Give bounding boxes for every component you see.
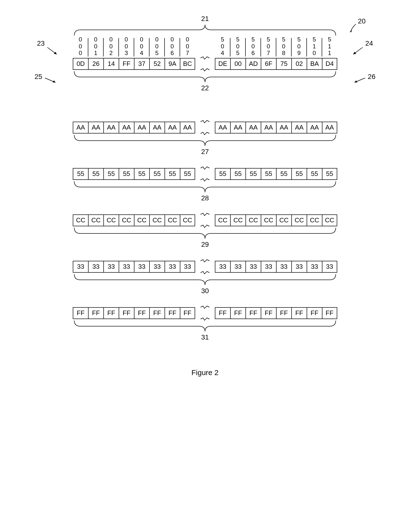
byte-cell: AA — [73, 122, 88, 133]
byte-cell: FF — [103, 307, 119, 319]
address-cell: 509 — [291, 36, 307, 57]
byte-cell: AA — [215, 122, 230, 133]
bottom-brace-icon — [72, 274, 338, 286]
byte-cell: 26 — [88, 58, 103, 70]
bottom-brace-icon — [72, 181, 338, 193]
byte-cell: CC — [103, 214, 119, 226]
byte-cell: 55 — [291, 168, 307, 180]
pattern-row: CCCCCCCCCCCCCCCC CCCCCCCCCCCCCCCC 29 — [20, 214, 390, 248]
row-break-icon — [195, 214, 215, 226]
bottom-brace-icon — [72, 71, 338, 83]
left-address-label: 23 — [37, 39, 45, 47]
byte-cell: 33 — [276, 261, 291, 273]
byte-cell: 00 — [230, 58, 245, 70]
byte-cell: AA — [322, 122, 337, 133]
byte-cell: FF — [307, 307, 322, 319]
address-cell: 006 — [165, 36, 180, 57]
data-row: 0D2614FF37529ABC DE00AD6F7502BAD4 — [73, 58, 337, 70]
byte-cell: CC — [88, 214, 103, 226]
byte-cell: 33 — [149, 261, 165, 273]
byte-cell: 33 — [88, 261, 103, 273]
pattern-row: FFFFFFFFFFFFFFFF FFFFFFFFFFFFFFFF 31 — [20, 307, 390, 341]
data-row: 3333333333333333 3333333333333333 — [73, 261, 337, 273]
byte-cell: 55 — [215, 168, 230, 180]
figure-caption: Figure 2 — [20, 368, 390, 377]
data-row: AAAAAAAAAAAAAAAA AAAAAAAAAAAAAAAA — [73, 122, 337, 133]
address-cell: 504 — [215, 36, 230, 57]
byte-cell: CC — [261, 214, 276, 226]
address-cell: 007 — [180, 36, 195, 57]
byte-cell: FF — [119, 307, 134, 319]
byte-cell: 55 — [88, 168, 103, 180]
address-cell: 508 — [276, 36, 291, 57]
byte-cell: 33 — [322, 261, 337, 273]
byte-cell: 55 — [103, 168, 119, 180]
left-addr-arrow-icon — [47, 46, 59, 56]
byte-cell: 55 — [134, 168, 149, 180]
byte-cell: 55 — [307, 168, 322, 180]
row-brace-label: 31 — [201, 333, 209, 341]
right-addr-arrow-icon — [351, 46, 363, 56]
byte-cell: 52 — [149, 58, 165, 70]
bottom-brace-icon — [72, 227, 338, 240]
byte-cell: 33 — [180, 261, 195, 273]
byte-cell: AA — [245, 122, 261, 133]
byte-cell: CC — [245, 214, 261, 226]
data-row: 5555555555555555 5555555555555555 — [73, 168, 337, 180]
row-brace-label: 29 — [201, 241, 209, 248]
byte-cell: 55 — [230, 168, 245, 180]
byte-cell: 33 — [291, 261, 307, 273]
byte-cell: 37 — [134, 58, 149, 70]
address-cell: 505 — [230, 36, 245, 57]
byte-cell: 6F — [261, 58, 276, 70]
byte-cell: D4 — [322, 58, 337, 70]
byte-cell: CC — [307, 214, 322, 226]
byte-cell: FF — [230, 307, 245, 319]
byte-cell: FF — [165, 307, 180, 319]
byte-cell: 33 — [103, 261, 119, 273]
byte-cell: FF — [134, 307, 149, 319]
right-address-label: 24 — [365, 39, 373, 47]
byte-cell: 55 — [322, 168, 337, 180]
byte-cell: CC — [180, 214, 195, 226]
byte-cell: CC — [276, 214, 291, 226]
byte-cell: 55 — [261, 168, 276, 180]
address-cell: 004 — [134, 36, 149, 57]
right-data-label: 26 — [368, 73, 375, 81]
byte-cell: AA — [230, 122, 245, 133]
byte-cell: CC — [230, 214, 245, 226]
byte-cell: FF — [149, 307, 165, 319]
byte-cell: FF — [215, 307, 230, 319]
address-cell: 507 — [261, 36, 276, 57]
byte-cell: AA — [103, 122, 119, 133]
byte-cell: 14 — [103, 58, 119, 70]
byte-cell: CC — [291, 214, 307, 226]
byte-cell: 33 — [230, 261, 245, 273]
byte-cell: DE — [215, 58, 230, 70]
pattern-row: AAAAAAAAAAAAAAAA AAAAAAAAAAAAAAAA 27 — [20, 122, 390, 156]
address-cell: 002 — [103, 36, 119, 57]
byte-cell: 75 — [276, 58, 291, 70]
row-break-icon — [195, 307, 215, 319]
addresses-brace-label: 21 — [201, 15, 209, 23]
byte-cell: AD — [245, 58, 261, 70]
byte-cell: FF — [276, 307, 291, 319]
byte-cell: AA — [261, 122, 276, 133]
byte-cell: 33 — [307, 261, 322, 273]
byte-cell: 55 — [245, 168, 261, 180]
byte-cell: 55 — [276, 168, 291, 180]
left-data-arrow-icon — [44, 77, 58, 84]
byte-cell: AA — [276, 122, 291, 133]
left-data-label: 25 — [35, 73, 42, 81]
byte-cell: AA — [88, 122, 103, 133]
byte-cell: CC — [134, 214, 149, 226]
address-cell: 005 — [149, 36, 165, 57]
byte-cell: FF — [119, 58, 134, 70]
byte-cell: 55 — [119, 168, 134, 180]
address-cell: 003 — [119, 36, 134, 57]
byte-cell: FF — [73, 307, 88, 319]
byte-cell: AA — [119, 122, 134, 133]
byte-cell: 33 — [165, 261, 180, 273]
address-cell: 510 — [307, 36, 322, 57]
byte-cell: 55 — [180, 168, 195, 180]
